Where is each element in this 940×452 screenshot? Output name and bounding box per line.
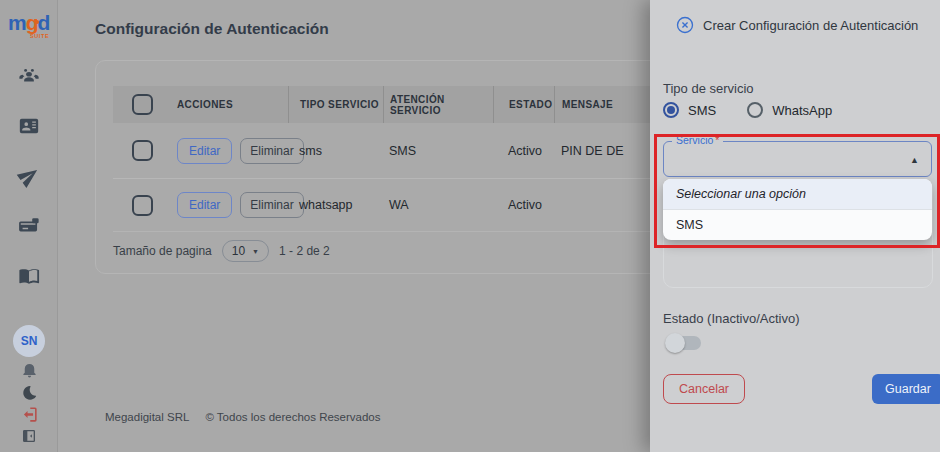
close-icon bbox=[676, 16, 694, 34]
page-size-label: Tamaño de pagina bbox=[113, 244, 212, 258]
servicio-label-text: Servicio bbox=[676, 134, 713, 146]
dropdown-option-placeholder[interactable]: Seleccionar una opción bbox=[663, 179, 932, 210]
book-icon bbox=[18, 265, 40, 287]
cell-estado: Activo bbox=[493, 198, 554, 212]
avatar[interactable]: SN bbox=[13, 325, 45, 357]
radio-sms[interactable] bbox=[663, 102, 679, 118]
edit-button[interactable]: Editar bbox=[177, 138, 232, 164]
header-atencion-servicio: ATENCIÓN SERVICIO bbox=[383, 86, 493, 123]
logo-dot bbox=[35, 20, 39, 24]
sidebar-item-docs[interactable] bbox=[0, 265, 58, 287]
servicio-select[interactable]: ▲ bbox=[663, 141, 932, 177]
save-button[interactable]: Guardar bbox=[872, 374, 940, 404]
moon-icon bbox=[20, 383, 39, 402]
dropdown-option-sms[interactable]: SMS bbox=[663, 210, 932, 240]
page-range: 1 - 2 de 2 bbox=[279, 244, 330, 258]
tipo-servicio-label: Tipo de servicio bbox=[663, 81, 754, 96]
sidebar-item-contacts[interactable] bbox=[0, 115, 58, 137]
create-config-drawer: Crear Configuración de Autenticación Tip… bbox=[650, 0, 940, 452]
radio-sms-label: SMS bbox=[688, 103, 716, 118]
pagination: Tamaño de pagina 10 ▼ 1 - 2 de 2 bbox=[113, 240, 330, 262]
header-estado: ESTADO bbox=[493, 86, 554, 123]
contact-card-icon bbox=[18, 115, 40, 137]
page-size-value: 10 bbox=[232, 244, 245, 258]
bell-icon bbox=[20, 360, 39, 379]
cell-tipo-servicio: sms bbox=[288, 144, 383, 158]
logo-letter-d: d bbox=[38, 11, 50, 34]
radio-whatsapp[interactable] bbox=[747, 102, 763, 118]
cell-estado: Activo bbox=[493, 144, 554, 158]
close-drawer-button[interactable] bbox=[676, 16, 694, 34]
cell-atencion-servicio: SMS bbox=[383, 144, 493, 158]
send-icon bbox=[14, 161, 45, 192]
footer-copyright: © Todos los derechos Reservados bbox=[205, 411, 380, 423]
logout-icon bbox=[20, 405, 39, 424]
logo-suite-label: SUITE bbox=[30, 33, 49, 39]
header-checkbox-cell bbox=[113, 94, 171, 115]
servicio-select-label: Servicio* bbox=[672, 134, 723, 146]
credit-card-icon bbox=[18, 215, 40, 237]
page-title: Configuración de Autenticación bbox=[95, 20, 329, 38]
header-acciones: ACCIONES bbox=[171, 99, 288, 110]
sidebar-item-send[interactable] bbox=[0, 165, 58, 187]
sidebar-item-notifications[interactable] bbox=[0, 360, 58, 379]
cancel-button[interactable]: Cancelar bbox=[663, 374, 745, 404]
sidebar-item-collapse[interactable] bbox=[0, 428, 58, 444]
groups-icon bbox=[18, 66, 40, 88]
page-size-select[interactable]: 10 ▼ bbox=[222, 240, 269, 262]
estado-label: Estado (Inactivo/Activo) bbox=[663, 311, 800, 326]
tipo-servicio-radio-group: SMS WhatsApp bbox=[663, 102, 832, 118]
row-checkbox[interactable] bbox=[132, 140, 153, 161]
cell-atencion-servicio: WA bbox=[383, 198, 493, 212]
avatar-initials: SN bbox=[21, 334, 38, 348]
chevron-up-icon: ▲ bbox=[910, 155, 919, 165]
estado-toggle[interactable] bbox=[665, 333, 705, 353]
sidebar-item-card[interactable] bbox=[0, 215, 58, 237]
radio-whatsapp-label: WhatsApp bbox=[772, 103, 832, 118]
app-logo[interactable]: mgd bbox=[8, 11, 49, 35]
collapse-icon bbox=[21, 428, 37, 444]
logo-letter-m: m bbox=[8, 11, 26, 34]
footer-company: Megadigital SRL bbox=[105, 411, 189, 423]
sidebar-item-logout[interactable] bbox=[0, 405, 58, 424]
select-all-checkbox[interactable] bbox=[132, 94, 153, 115]
chevron-down-icon: ▼ bbox=[252, 248, 259, 255]
sidebar: mgd SUITE SN bbox=[0, 0, 58, 452]
drawer-title: Crear Configuración de Autenticación bbox=[703, 18, 918, 33]
footer: Megadigital SRL © Todos los derechos Res… bbox=[105, 411, 381, 423]
cell-tipo-servicio: whatsapp bbox=[288, 198, 383, 212]
servicio-dropdown-panel: Seleccionar una opción SMS bbox=[663, 179, 932, 240]
toggle-knob bbox=[665, 333, 685, 353]
required-asterisk: * bbox=[715, 134, 719, 146]
edit-button[interactable]: Editar bbox=[177, 192, 232, 218]
sidebar-item-darkmode[interactable] bbox=[0, 383, 58, 402]
header-tipo-servicio: TIPO SERVICIO bbox=[288, 86, 383, 123]
row-checkbox[interactable] bbox=[132, 195, 153, 216]
sidebar-item-groups[interactable] bbox=[0, 66, 58, 88]
